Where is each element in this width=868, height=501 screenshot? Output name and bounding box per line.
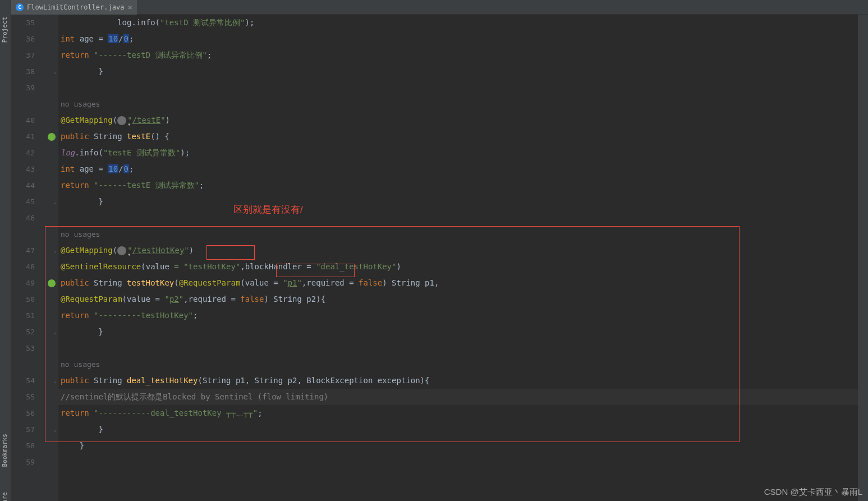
globe-icon[interactable] [117, 246, 126, 255]
editor-tabs: C FlowLimitController.java × [11, 0, 868, 15]
close-icon[interactable]: × [127, 3, 132, 12]
spring-icon[interactable] [48, 279, 56, 287]
line-number-gutter[interactable]: 3536373839404142434445464748495051525354… [11, 15, 45, 501]
tab-file[interactable]: C FlowLimitController.java × [11, 0, 137, 15]
code-editor[interactable]: log.info("testD 测试异常比例"); int age = 10/0… [58, 15, 858, 501]
watermark: CSDN @艾卡西亚丶暴雨L [764, 487, 862, 498]
tool-project-label[interactable]: Project [1, 17, 8, 43]
tool-structure-label[interactable]: ture [1, 492, 8, 502]
annotation-redtext: 区别就是有没有/ [233, 203, 303, 216]
icon-gutter[interactable]: ⌄⌄⌄⌄⌄⌄⌄ [45, 15, 58, 501]
tab-filename: FlowLimitController.java [27, 3, 124, 11]
java-class-icon: C [16, 3, 24, 11]
globe-icon[interactable] [117, 116, 126, 125]
tool-bookmarks-label[interactable]: Bookmarks [1, 434, 8, 467]
left-tool-strip: Project Bookmarks ture [0, 0, 11, 501]
vertical-scrollbar[interactable] [858, 15, 868, 501]
